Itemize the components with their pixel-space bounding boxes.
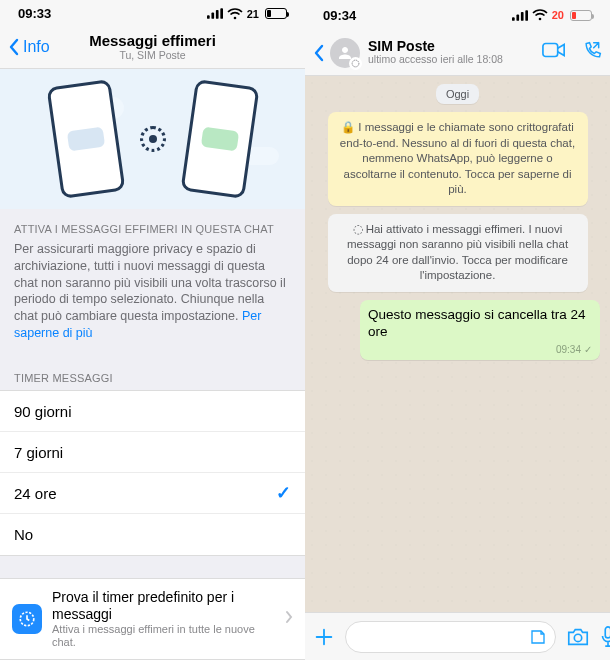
attach-button[interactable] bbox=[313, 626, 335, 648]
message-field[interactable] bbox=[345, 621, 556, 653]
timer-icon: ◌ bbox=[353, 223, 363, 235]
option-label: 90 giorni bbox=[14, 403, 72, 420]
svg-point-13 bbox=[574, 634, 581, 641]
chat-nav-bar: SIM Poste ultimo accesso ieri alle 18:08 bbox=[305, 30, 610, 76]
svg-rect-3 bbox=[220, 8, 223, 19]
lock-icon: 🔒 bbox=[341, 121, 355, 133]
encryption-notice[interactable]: 🔒I messaggi e le chiamate sono crittogra… bbox=[328, 112, 588, 206]
avatar[interactable] bbox=[330, 38, 360, 68]
timer-icon bbox=[12, 604, 42, 634]
back-button[interactable] bbox=[313, 44, 324, 62]
option-label: No bbox=[14, 526, 33, 543]
svg-rect-2 bbox=[216, 10, 219, 19]
chat-title: SIM Poste bbox=[368, 39, 503, 54]
clock: 09:34 bbox=[323, 8, 356, 23]
option-label: 7 giorni bbox=[14, 444, 63, 461]
chat-subtitle: ultimo accesso ieri alle 18:08 bbox=[368, 54, 503, 66]
phone-illustration bbox=[180, 79, 259, 199]
voice-call-button[interactable] bbox=[582, 41, 602, 65]
chat-title-wrap[interactable]: SIM Poste ultimo accesso ieri alle 18:08 bbox=[368, 39, 503, 66]
back-button[interactable]: Info bbox=[8, 38, 50, 56]
nav-title-wrap: Messaggi effimeri Tu, SIM Poste bbox=[89, 33, 216, 61]
battery-icon bbox=[265, 8, 287, 19]
signal-icon bbox=[512, 10, 528, 21]
chevron-right-icon bbox=[285, 610, 293, 628]
settings-screen: 09:33 21 Info Messaggi effimeri Tu, SIM … bbox=[0, 0, 305, 660]
section-header: TIMER MESSAGGI bbox=[0, 358, 305, 390]
outgoing-message[interactable]: Questo messaggio si cancella tra 24 ore … bbox=[360, 300, 600, 360]
message-time: 09:34 bbox=[556, 343, 581, 356]
status-bar: 09:34 20 bbox=[305, 0, 610, 30]
battery-pct: 21 bbox=[247, 8, 259, 20]
nav-bar: Info Messaggi effimeri Tu, SIM Poste bbox=[0, 27, 305, 69]
back-label: Info bbox=[23, 38, 50, 56]
chevron-left-icon bbox=[313, 44, 324, 62]
mic-button[interactable] bbox=[600, 626, 610, 648]
signal-icon bbox=[207, 8, 223, 19]
section-description: Per assicurarti maggiore privacy e spazi… bbox=[0, 241, 305, 358]
default-timer-promo[interactable]: Prova il timer predefinito per i messagg… bbox=[0, 578, 305, 660]
timer-option[interactable]: 24 ore ✓ bbox=[0, 473, 305, 514]
date-pill: Oggi bbox=[436, 84, 479, 104]
battery-icon bbox=[570, 10, 592, 21]
clock: 09:33 bbox=[18, 6, 51, 21]
timer-options-list: 90 giorni 7 giorni 24 ore ✓ No bbox=[0, 390, 305, 556]
svg-rect-8 bbox=[521, 11, 524, 20]
status-right: 21 bbox=[207, 8, 287, 20]
page-subtitle: Tu, SIM Poste bbox=[89, 50, 216, 62]
disappearing-notice[interactable]: ◌Hai attivato i messaggi effimeri. I nuo… bbox=[328, 214, 588, 292]
timer-option[interactable]: No bbox=[0, 514, 305, 555]
svg-point-4 bbox=[233, 16, 236, 19]
timer-option[interactable]: 90 giorni bbox=[0, 391, 305, 432]
status-bar: 09:33 21 bbox=[0, 0, 305, 27]
video-call-button[interactable] bbox=[542, 41, 566, 65]
svg-rect-6 bbox=[512, 17, 515, 21]
input-bar bbox=[305, 612, 610, 660]
svg-point-10 bbox=[538, 18, 541, 21]
option-label: 24 ore bbox=[14, 485, 57, 502]
camera-button[interactable] bbox=[566, 627, 590, 647]
message-text: Questo messaggio si cancella tra 24 ore bbox=[368, 306, 592, 341]
svg-rect-1 bbox=[211, 13, 214, 19]
promo-subtitle: Attiva i messaggi effimeri in tutte le n… bbox=[52, 623, 275, 649]
sticker-button[interactable] bbox=[529, 628, 547, 646]
svg-rect-14 bbox=[605, 626, 610, 637]
timer-icon bbox=[140, 126, 166, 152]
disappearing-badge-icon bbox=[349, 57, 362, 70]
status-right: 20 bbox=[512, 9, 592, 21]
chat-body[interactable]: Oggi 🔒I messaggi e le chiamate sono crit… bbox=[305, 76, 610, 612]
svg-rect-0 bbox=[207, 15, 210, 19]
svg-rect-9 bbox=[525, 10, 528, 21]
section-header: ATTIVA I MESSAGGI EFFIMERI IN QUESTA CHA… bbox=[0, 209, 305, 241]
chat-screen: 09:34 20 SIM Poste ultimo accesso ieri a… bbox=[305, 0, 610, 660]
promo-title: Prova il timer predefinito per i messagg… bbox=[52, 589, 275, 623]
message-input[interactable] bbox=[354, 629, 529, 645]
illustration bbox=[0, 69, 305, 209]
promo-text: Prova il timer predefinito per i messagg… bbox=[52, 589, 275, 649]
timer-option[interactable]: 7 giorni bbox=[0, 432, 305, 473]
wifi-icon bbox=[532, 9, 548, 21]
checkmark-icon: ✓ bbox=[276, 482, 291, 504]
svg-point-11 bbox=[352, 60, 359, 67]
page-title: Messaggi effimeri bbox=[89, 33, 216, 50]
svg-rect-12 bbox=[543, 43, 558, 56]
chevron-left-icon bbox=[8, 38, 19, 56]
sent-check-icon: ✓ bbox=[584, 343, 592, 356]
wifi-icon bbox=[227, 8, 243, 20]
battery-pct: 20 bbox=[552, 9, 564, 21]
svg-rect-7 bbox=[516, 14, 519, 20]
